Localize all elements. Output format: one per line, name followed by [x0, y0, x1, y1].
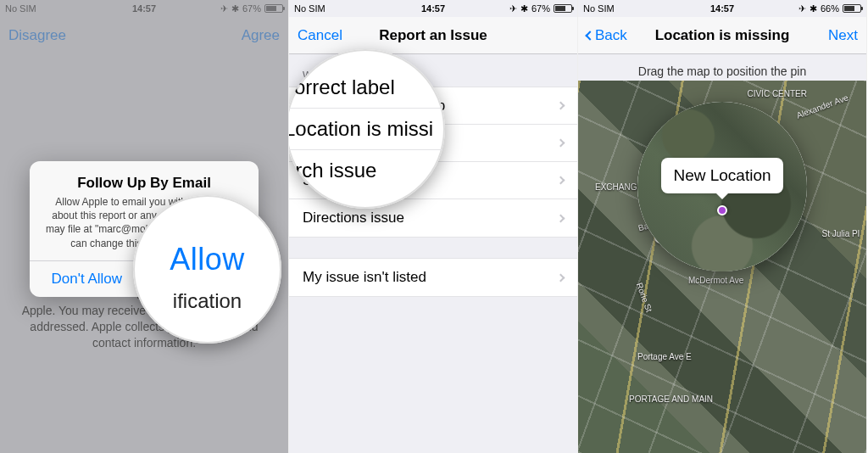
carrier: No SIM: [294, 3, 326, 14]
map-label: St Julia Pl: [822, 229, 860, 238]
new-location-callout[interactable]: New Location: [661, 158, 782, 193]
list-item-label: Directions issue: [303, 210, 404, 226]
status-bar: No SIM 14:57 ✈✱ 67%: [289, 0, 577, 17]
status-bar: No SIM 14:57 ✈✱ 66%: [578, 0, 866, 17]
magnifier: Allow ification: [133, 195, 281, 344]
screen-followup: No SIM 14:57 ✈✱ 67% Disagree Agree He Ap…: [0, 0, 289, 453]
nav-bar: Back Location is missing Next: [578, 17, 866, 54]
carrier: No SIM: [583, 3, 615, 14]
issue-not-listed[interactable]: My issue isn't listed: [289, 259, 577, 296]
magnifier: New Location: [637, 102, 807, 271]
screen-location-missing: No SIM 14:57 ✈✱ 66% Back Location is mis…: [578, 0, 867, 453]
nav-bar: Cancel Report an Issue: [289, 17, 577, 54]
chevron-right-icon: [557, 214, 565, 222]
map-label: PORTAGE AND MAIN: [629, 394, 713, 404]
mag-row: Location is missi: [289, 109, 445, 150]
next-button[interactable]: Next: [828, 27, 858, 44]
list-item-label: My issue isn't listed: [303, 269, 426, 286]
other-list: My issue isn't listed: [289, 258, 577, 297]
mag-row: arch issue: [289, 150, 445, 191]
map-label: Portage Ave E: [637, 352, 692, 361]
battery-group: ✈✱ 66%: [798, 3, 861, 14]
battery-icon: [843, 4, 861, 13]
battery-icon: [554, 4, 572, 13]
map-label: CIVIC CENTER: [747, 89, 807, 98]
clock: 14:57: [421, 3, 445, 14]
map-label: McDermot Ave: [688, 276, 743, 285]
magnifier: correct label Location is missi arch iss…: [289, 49, 445, 209]
chevron-right-icon: [557, 273, 565, 282]
page-title: Location is missing: [655, 27, 790, 44]
back-button[interactable]: Back: [587, 27, 627, 44]
chevron-right-icon: [557, 139, 565, 148]
alert-title: Follow Up By Email: [42, 175, 247, 192]
magnified-allow: Allow: [170, 226, 245, 277]
clock: 14:57: [710, 3, 734, 14]
chevron-right-icon: [557, 102, 565, 110]
page-title: Report an Issue: [379, 27, 487, 44]
magnified-subtext: ification: [173, 289, 242, 313]
chevron-right-icon: [557, 176, 565, 185]
issue-directions[interactable]: Directions issue: [289, 199, 577, 237]
mag-row: correct label: [289, 67, 445, 109]
dont-allow-button[interactable]: Don't Allow: [30, 261, 144, 297]
screen-report-issue: No SIM 14:57 ✈✱ 67% Cancel Report an Iss…: [289, 0, 578, 453]
map-pin-icon: [717, 205, 727, 215]
map-label: Rorie St: [635, 282, 654, 314]
chevron-left-icon: [585, 31, 594, 40]
cancel-button[interactable]: Cancel: [298, 27, 342, 44]
battery-group: ✈✱ 67%: [509, 3, 572, 14]
